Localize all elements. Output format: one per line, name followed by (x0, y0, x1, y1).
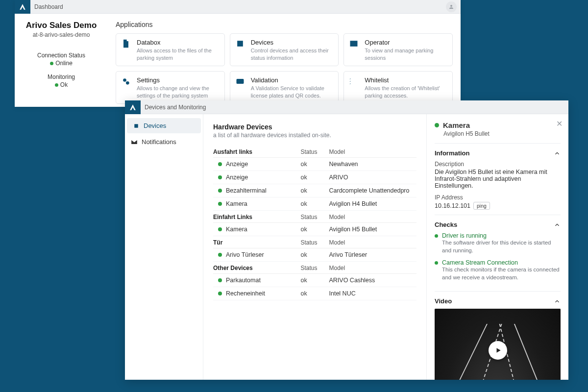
check-item: Camera Stream ConnectionThis check monit… (435, 259, 561, 281)
ip-value: 10.16.12.101 (435, 202, 470, 209)
dashboard-titlebar: Dashboard (15, 0, 461, 14)
app-name: Devices (251, 39, 334, 46)
status-dot-icon (218, 278, 222, 282)
status-dot-icon (218, 227, 222, 231)
device-status: ok (301, 251, 329, 258)
device-model: ARIVO Cashless (329, 277, 417, 284)
status-dot-icon (435, 234, 438, 238)
status-dot-icon (218, 253, 222, 257)
org-name: Arivo Sales Demo (20, 21, 103, 30)
device-row[interactable]: AnzeigeokARIVO (213, 171, 416, 184)
group-name: Other Devices (213, 265, 301, 271)
device-row[interactable]: KameraokAvigilon H4 Bullet (213, 197, 416, 211)
status-dot-icon (218, 189, 222, 193)
col-model: Model (329, 265, 417, 271)
col-status: Status (301, 239, 329, 246)
status-dot-icon (435, 123, 439, 127)
dashboard-sidebar: Arivo Sales Demo at-8-arivo-sales-demo C… (15, 14, 108, 107)
app-desc: A Validation Service to validate license… (251, 85, 334, 98)
device-name: Anzeige (226, 161, 248, 168)
dashboard-window-title: Dashboard (30, 3, 446, 10)
device-model: ARIVO (329, 174, 417, 181)
brand-logo-icon (15, 0, 30, 14)
devices-window-title: Devices and Monitoring (141, 104, 568, 111)
app-card-whitelist[interactable]: WhitelistAllows the creation of 'Whiteli… (343, 71, 453, 104)
col-status: Status (301, 214, 329, 220)
status-dot-icon (218, 292, 222, 295)
description-value: Die Avigilon H5 Bullet ist eine Kamera m… (435, 169, 561, 189)
chip-icon (235, 39, 245, 49)
device-model: Newhaven (329, 161, 417, 168)
device-row[interactable]: Arivo TürleserokArivo Türleser (213, 248, 416, 262)
hardware-subheading: a list of all hardware devices installed… (213, 132, 416, 139)
device-name: Bezahlterminal (226, 187, 267, 194)
ping-button[interactable]: ping (473, 202, 490, 210)
checks-heading: Checks (435, 221, 457, 228)
card-icon (235, 76, 245, 86)
app-card-operator[interactable]: OperatorTo view and manage parking sessi… (343, 33, 453, 66)
device-name: Kamera (226, 226, 247, 233)
group-name: Tür (213, 239, 301, 246)
hardware-heading: Hardware Devices (213, 123, 416, 131)
status-dot-icon (50, 62, 53, 65)
gears-icon (121, 76, 131, 86)
connection-status-value: Online (20, 60, 103, 67)
columns-icon (349, 39, 359, 49)
status-dot-icon (435, 261, 438, 265)
applications-heading: Applications (116, 21, 453, 28)
app-desc: Allows access to the files of the parkin… (137, 47, 220, 61)
device-model: Avigilon H5 Bullet (329, 226, 417, 233)
devices-sidebar: Devices Notifications (125, 114, 203, 380)
app-name: Operator (365, 39, 447, 46)
device-model: Intel NUC (329, 290, 417, 297)
device-model: Avigilon H4 Bullet (329, 200, 417, 207)
status-dot-icon (218, 175, 222, 179)
chevron-up-icon[interactable] (554, 298, 561, 305)
close-icon[interactable]: ✕ (556, 120, 563, 128)
org-slug: at-8-arivo-sales-demo (20, 31, 103, 38)
description-label: Description (435, 161, 561, 168)
file-icon (121, 39, 131, 49)
col-model: Model (329, 148, 417, 155)
device-group-header: Ausfahrt linksStatusModel (213, 146, 416, 158)
svg-rect-4 (236, 79, 244, 84)
device-group-header: TürStatusModel (213, 236, 416, 248)
status-dot-icon (218, 162, 222, 166)
device-row[interactable]: RecheneinheitokIntel NUC (213, 287, 416, 300)
detail-title: Kamera (443, 121, 470, 129)
devices-window: Devices and Monitoring Devices Notificat… (125, 100, 568, 380)
chevron-up-icon[interactable] (554, 150, 561, 157)
device-status: ok (301, 290, 329, 297)
device-row[interactable]: KameraokAvigilon H5 Bullet (213, 223, 416, 236)
brand-logo-icon (125, 100, 141, 114)
col-status: Status (301, 265, 329, 271)
detail-subtitle: Avigilon H5 Bullet (443, 130, 561, 137)
app-desc: Control devices and access their status … (251, 47, 334, 61)
play-icon[interactable] (489, 341, 507, 360)
device-detail-panel: ✕ Kamera Avigilon H5 Bullet Information … (426, 114, 568, 380)
nav-notifications[interactable]: Notifications (125, 134, 203, 149)
ip-label: IP Address (435, 194, 561, 201)
device-row[interactable]: ParkautomatokARIVO Cashless (213, 274, 416, 287)
chip-icon (133, 122, 140, 129)
connection-status-label: Connection Status (20, 52, 103, 59)
app-desc: Allows the creation of 'Whitelist' parki… (365, 85, 447, 98)
col-model: Model (329, 214, 417, 220)
device-row[interactable]: AnzeigeokNewhaven (213, 158, 416, 171)
monitoring-label: Monitoring (20, 74, 103, 80)
video-thumbnail[interactable] (435, 309, 561, 380)
app-card-settings[interactable]: SettingsAllows to change and view the se… (116, 71, 225, 104)
chevron-up-icon[interactable] (554, 221, 561, 228)
app-card-databox[interactable]: DataboxAllows access to the files of the… (116, 33, 225, 66)
check-title: Driver is running (442, 232, 561, 239)
device-name: Anzeige (226, 174, 248, 181)
dashboard-window: Dashboard Arivo Sales Demo at-8-arivo-sa… (15, 0, 461, 107)
check-desc: The software driver for this device is s… (442, 239, 561, 254)
status-dot-icon (55, 83, 58, 87)
device-row[interactable]: BezahlterminalokCardcomplete Unattendedp… (213, 184, 416, 197)
video-heading: Video (435, 297, 452, 305)
user-avatar[interactable] (446, 1, 457, 12)
app-card-devices[interactable]: DevicesControl devices and access their … (230, 33, 339, 66)
app-card-validation[interactable]: ValidationA Validation Service to valida… (230, 71, 339, 104)
nav-devices[interactable]: Devices (127, 118, 201, 133)
